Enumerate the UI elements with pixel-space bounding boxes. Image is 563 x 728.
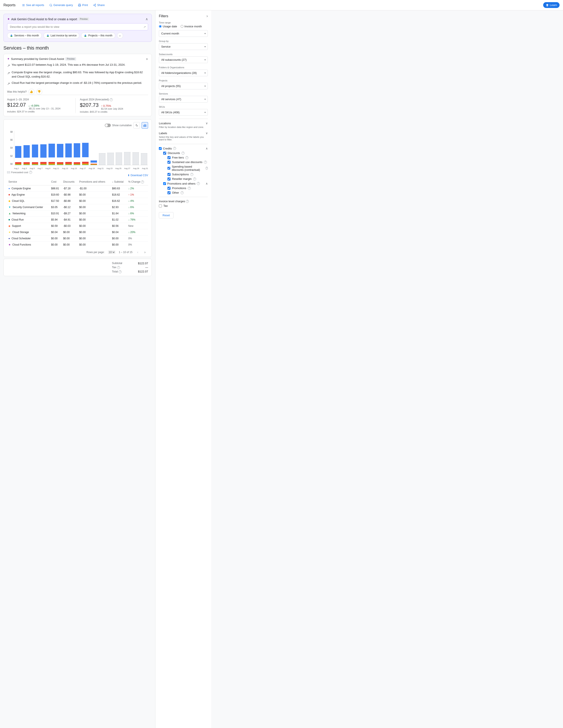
bar-segment-green-2	[32, 165, 38, 165]
current-month-select[interactable]: Current month	[159, 30, 208, 37]
usage-date-radio-input[interactable]	[159, 25, 162, 28]
line-chart-btn[interactable]	[133, 122, 140, 129]
th-subtotal[interactable]: ↓ Subtotal	[111, 179, 127, 185]
summary-collapse-icon[interactable]: ∧	[146, 57, 148, 61]
nav-title: Reports	[3, 3, 16, 7]
thumbs-up-button[interactable]: 👍	[28, 89, 34, 95]
bar-group-8	[81, 131, 89, 165]
quick-tab-services[interactable]: Services – this month	[7, 33, 42, 39]
metric-current-value: $122.07	[7, 102, 26, 108]
group-by-select[interactable]: Service	[159, 43, 208, 50]
page-prev-button[interactable]: ‹	[136, 250, 139, 255]
invoice-month-radio[interactable]: Invoice month	[181, 25, 202, 28]
subscriptions-checkbox[interactable]	[167, 173, 170, 176]
see-all-reports-label: See all reports	[26, 3, 44, 7]
locations-header[interactable]: Locations ∨	[159, 121, 208, 125]
promotions-help[interactable]: ?	[188, 187, 191, 190]
other-checkbox[interactable]	[167, 191, 170, 194]
skus-select[interactable]: All SKUs (408)	[159, 109, 208, 116]
reset-button[interactable]: Reset	[159, 212, 173, 218]
rows-per-page-select[interactable]: 10 25 50	[108, 250, 115, 254]
summary-icon-1: ↗	[7, 63, 10, 68]
credits-checkbox[interactable]	[159, 147, 162, 150]
invoice-charges-help[interactable]: ?	[186, 200, 189, 203]
total-label-row: Total ?	[112, 270, 122, 273]
share-link[interactable]: Share	[91, 2, 107, 8]
filters-close-button[interactable]: ›	[206, 14, 208, 18]
totals-row: Subtotal Tax ? Total ? $122.07 — $122.07	[7, 261, 148, 273]
sustained-help[interactable]: ?	[204, 161, 207, 164]
promotions-others-checkbox[interactable]	[163, 182, 166, 185]
invoice-month-radio-input[interactable]	[181, 25, 183, 28]
generate-query-label: Generate query	[53, 3, 73, 7]
table-row: ◆ Support $0.59 -$0.03 $0.00 $0.56 New	[7, 223, 148, 229]
learn-button[interactable]: Learn	[543, 2, 560, 8]
td-cost: $0.04	[50, 229, 62, 235]
labels-header[interactable]: Labels ∨	[159, 131, 208, 135]
td-subtotal: $1.02	[111, 216, 127, 223]
subscriptions-help[interactable]: ?	[190, 173, 193, 176]
discounts-checkbox[interactable]	[163, 152, 166, 155]
see-all-reports-link[interactable]: See all reports	[20, 2, 46, 8]
show-cumulative-toggle[interactable]: Show cumulative	[105, 124, 132, 127]
credits-header[interactable]: Credits ? ∧	[159, 147, 208, 150]
metric-forecasted-change-block: ↑ 0.75% $1.54 over July 2024	[101, 104, 123, 110]
service-icon: ■	[8, 193, 10, 196]
spending-checkbox[interactable]	[167, 167, 170, 170]
reseller-checkbox[interactable]	[167, 177, 170, 180]
tax-checkbox[interactable]	[159, 204, 162, 207]
forecasted-chart-help[interactable]: ?	[29, 171, 32, 174]
sustained-checkbox[interactable]	[167, 161, 170, 164]
bar-segment-blue-8	[82, 143, 89, 157]
spending-help[interactable]: ?	[206, 167, 208, 170]
credits-label-row: Credits ?	[159, 147, 176, 150]
promotions-checkbox[interactable]	[167, 187, 170, 190]
promotions-others-help[interactable]: ?	[197, 182, 200, 185]
download-csv-link[interactable]: ⬇ Download CSV	[128, 174, 148, 177]
print-link[interactable]: Print	[76, 2, 90, 8]
svg-line-4	[51, 6, 52, 6]
quick-tab-projects[interactable]: Projects – this month	[81, 33, 115, 39]
bar-segment-red-8	[82, 157, 89, 162]
free-tiers-checkbox[interactable]	[167, 156, 170, 159]
quick-tabs-next[interactable]: ›	[117, 33, 123, 39]
x-aug11: Aug 11	[53, 167, 59, 170]
bar-segment-red-1	[23, 158, 30, 162]
thumbs-down-button[interactable]: 👎	[36, 89, 42, 95]
total-help-icon[interactable]: ?	[118, 270, 121, 273]
change-val: ↓ 76%	[128, 218, 135, 221]
gemini-collapse-icon[interactable]: ∧	[145, 17, 148, 21]
bar-segment-blue-6	[65, 143, 72, 157]
cumulative-switch[interactable]	[105, 124, 111, 127]
content-area: ✦ Ask Gemini Cloud Assist to find or cre…	[0, 10, 155, 728]
service-name: Cloud Storage	[12, 231, 29, 234]
bar-group-3	[39, 131, 47, 165]
page-next-button[interactable]: ›	[143, 250, 147, 255]
gemini-submit-icon[interactable]: ↗	[143, 25, 146, 29]
credits-help-icon[interactable]: ?	[173, 147, 176, 150]
reseller-help[interactable]: ?	[193, 177, 196, 180]
subaccounts-select[interactable]: All subaccounts (27)	[159, 56, 208, 63]
quick-tab-invoice[interactable]: Last invoice by service	[44, 33, 79, 39]
other-help[interactable]: ?	[181, 191, 184, 194]
usage-date-radio[interactable]: Usage date	[159, 25, 177, 28]
free-tiers-help[interactable]: ?	[185, 156, 188, 159]
tax-help-icon[interactable]: ?	[117, 266, 120, 269]
gemini-input[interactable]	[7, 23, 148, 30]
service-icon: ◆	[8, 224, 10, 227]
services-select[interactable]: All services (47)	[159, 96, 208, 103]
projects-select[interactable]: All projects (55)	[159, 83, 208, 89]
promotions-others-header[interactable]: Promotions and others ? ∧	[163, 182, 208, 185]
preview-badge: Preview	[78, 17, 89, 21]
td-discounts: $0.00	[62, 235, 78, 241]
bar-segment-orange-3	[40, 162, 47, 164]
x-aug7: Aug 7	[37, 167, 43, 170]
change-help-icon[interactable]: ?	[141, 180, 144, 184]
summary-text-2: Compute Engine was the largest charge, c…	[12, 70, 148, 79]
discounts-help-icon[interactable]: ?	[181, 152, 184, 155]
folders-select[interactable]: All folders/organizations (28)	[159, 70, 208, 76]
gemini-title-text: Ask Gemini Cloud Assist to find or creat…	[11, 17, 77, 21]
generate-query-link[interactable]: Generate query	[47, 2, 75, 8]
bar-chart-btn[interactable]	[142, 122, 148, 129]
forecasted-help-icon[interactable]: ?	[110, 98, 113, 101]
